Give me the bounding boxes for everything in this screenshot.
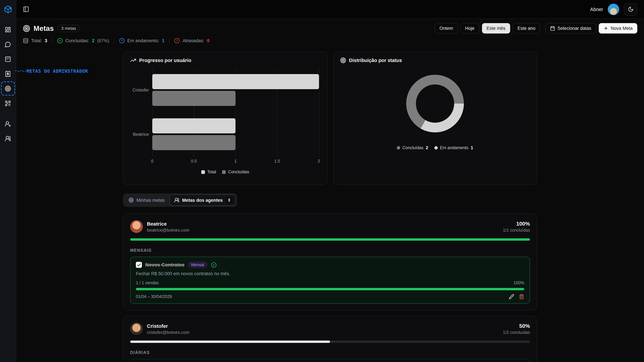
bar-group	[152, 112, 319, 156]
filter-today-button[interactable]: Hoje	[460, 23, 479, 33]
x-tick-label: 0	[151, 159, 154, 164]
sidebar-item-billing[interactable]	[3, 69, 13, 79]
select-dates-button[interactable]: Selecionar datas	[546, 23, 596, 33]
sidebar-item-kanban[interactable]	[3, 54, 13, 64]
goal-section-label: MENSAIS	[130, 248, 530, 253]
goal-counter: 1 / 1 vendas	[136, 281, 159, 285]
legend-dot	[397, 146, 400, 149]
sidebar-toggle-button[interactable]	[23, 6, 29, 12]
user-plus-icon	[5, 120, 11, 127]
agent-email: beatrice@botnex.com	[147, 227, 189, 232]
target-icon	[340, 57, 346, 63]
legend-item: Total	[201, 170, 216, 174]
charts-row: Progresso por usuário CristoferBeatrice …	[123, 52, 537, 185]
legend-item: Concluídas2	[397, 145, 428, 150]
cube-logo-icon	[4, 5, 12, 14]
goal-card-novos-contratos: Novos Contratos Mensal Fechar R$ 50.000 …	[130, 257, 530, 304]
dashboard-icon	[5, 26, 11, 33]
goal-section-label: DIÁRIAS	[130, 350, 530, 355]
bar-chart-plot	[152, 68, 319, 156]
agent-progress-fill	[130, 238, 530, 241]
goal-period: 01/04 – 30/04/2026	[136, 294, 172, 299]
bar-cristofer-total	[152, 74, 319, 89]
sidebar-item-dashboard[interactable]	[3, 24, 13, 34]
goal-card-partial	[130, 359, 530, 362]
agent-card-beatrice: Beatrice beatrice@botnex.com 100% 1/1 co…	[123, 214, 537, 310]
agent-completed-ratio: 1/1 concluídas	[503, 228, 530, 232]
divider	[114, 38, 114, 43]
topbar: Abner	[16, 0, 644, 19]
page-content: Metas 3 metas Ontem Hoje Este mês Este a…	[16, 19, 644, 362]
user-name: Abner	[590, 6, 603, 12]
brand-logo[interactable]	[0, 0, 16, 19]
goal-checkbox[interactable]	[136, 262, 142, 268]
agent-progress-fill	[130, 341, 330, 343]
tab-agent-goals[interactable]: Metas dos agentes 3	[170, 194, 236, 206]
goal-progress-fill	[136, 288, 524, 290]
stat-total: Total:3	[23, 38, 47, 43]
sidebar-item-add-user[interactable]	[3, 119, 13, 129]
donut-legend: Concluídas2Em andamento1	[340, 145, 530, 150]
bar-chart-xticks: 00.511.52	[152, 159, 319, 165]
agent-completed-ratio: 1/2 concluídas	[503, 330, 530, 335]
receipt-icon	[5, 70, 11, 77]
bar-chart-legend: TotalConcluídas	[130, 170, 320, 174]
check-circle-icon	[57, 38, 63, 43]
sidebar-item-chat[interactable]	[3, 39, 13, 49]
stat-in-progress: Em andamento:1	[119, 38, 164, 43]
edit-goal-button[interactable]	[509, 294, 514, 299]
avatar	[130, 220, 143, 233]
sidebar-nav	[3, 24, 13, 143]
rows-icon	[23, 38, 28, 43]
goal-count-badge: 3 metas	[57, 25, 80, 32]
category-label: Beatrice	[130, 112, 152, 156]
x-tick-label: 0.5	[191, 159, 197, 164]
sidebar-item-goals[interactable]	[3, 83, 13, 93]
filter-this-year-button[interactable]: Este ano	[513, 23, 540, 33]
users-icon	[174, 197, 180, 203]
agent-goals-count-badge: 3	[226, 196, 233, 204]
main-area: Abner Metas 3 metas Ontem Hoje Este mês …	[16, 0, 644, 362]
bar-cristofer-concluídas	[152, 91, 236, 106]
bar-group	[152, 68, 319, 112]
legend-item: Em andamento1	[434, 145, 473, 150]
agent-email: cristofer@botnex.com	[147, 330, 189, 335]
tab-my-goals[interactable]: Minhas metas	[124, 195, 169, 205]
trash-icon	[519, 294, 524, 299]
sidebar-item-team[interactable]	[3, 133, 13, 143]
agent-progress-pct: 50%	[503, 323, 530, 329]
goal-tabs: Minhas metas Metas dos agentes 3	[123, 193, 237, 207]
app-window: METAS DO ADMINSTRADOR Abner Metas 3 meta…	[0, 0, 644, 362]
plus-icon	[603, 26, 608, 31]
agent-name: Cristofer	[147, 323, 189, 329]
bar-beatrice-total	[152, 118, 236, 133]
gridline	[319, 68, 319, 156]
annotation-connector	[15, 69, 26, 73]
goal-progress-track	[136, 288, 524, 290]
moon-icon	[628, 6, 634, 12]
divider	[169, 38, 170, 43]
target-icon	[5, 85, 11, 92]
agent-progress-pct: 100%	[503, 221, 530, 227]
stat-late: Atrasadas:0	[174, 38, 210, 43]
panel-left-icon	[23, 6, 29, 12]
status-distribution-card: Distribuição por status Concluídas2Em an…	[333, 52, 537, 185]
filter-this-month-button[interactable]: Este mês	[482, 23, 510, 33]
donut-chart	[406, 75, 464, 132]
x-tick-label: 1	[234, 159, 237, 164]
x-tick-label: 2	[318, 159, 320, 164]
sidebar-item-qrcode[interactable]	[3, 98, 13, 108]
clock-icon	[119, 38, 124, 43]
delete-goal-button[interactable]	[519, 294, 524, 299]
new-goal-button[interactable]: Nova Meta	[598, 23, 637, 33]
avatar	[130, 323, 143, 335]
theme-toggle-button[interactable]	[624, 3, 637, 15]
stats-summary: Total:3 Concluídas:2(67%) Em andamento:1…	[16, 38, 644, 43]
category-label: Cristofer	[130, 68, 152, 112]
legend-item: Concluídas	[222, 170, 249, 174]
page-header: Metas 3 metas Ontem Hoje Este mês Este a…	[16, 23, 644, 33]
filter-yesterday-button[interactable]: Ontem	[435, 23, 458, 33]
chart-title: Distribuição por status	[349, 58, 402, 63]
user-avatar[interactable]	[608, 3, 619, 15]
pencil-icon	[509, 294, 514, 299]
